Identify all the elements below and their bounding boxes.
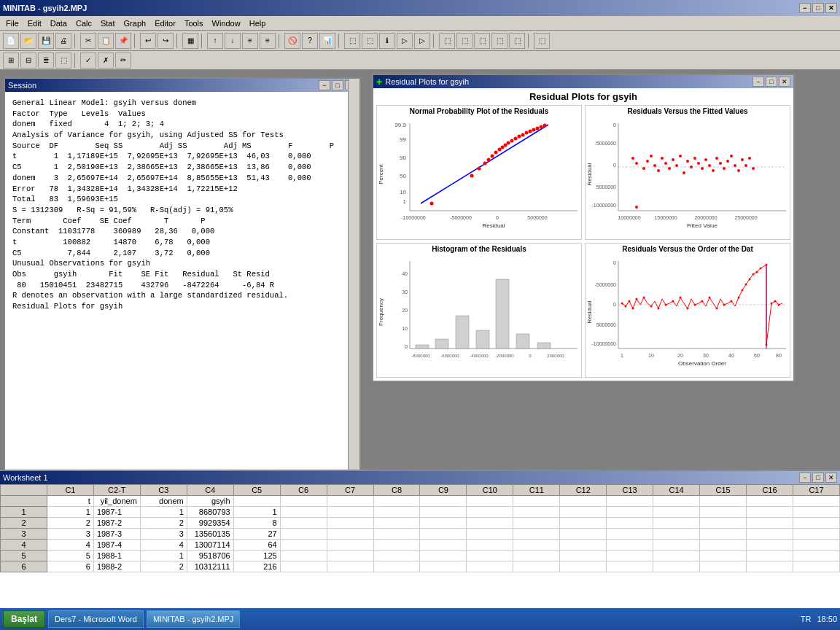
- cell-r3-c16[interactable]: [747, 540, 793, 551]
- cell-r5-c16[interactable]: [747, 561, 793, 572]
- cell-r1-c6[interactable]: [280, 518, 327, 529]
- cell-r0-c16[interactable]: [747, 507, 793, 518]
- cell-r3-c9[interactable]: [420, 540, 467, 551]
- cell-r1-c7[interactable]: [327, 518, 373, 529]
- cell-r3-c14[interactable]: [653, 540, 700, 551]
- cell-r0-c17[interactable]: [793, 507, 839, 518]
- menu-help[interactable]: Help: [245, 17, 271, 30]
- cell-r5-c6[interactable]: [280, 561, 327, 572]
- menu-data[interactable]: Data: [46, 17, 71, 30]
- menu-file[interactable]: File: [1, 17, 23, 30]
- cell-r5-c2[interactable]: 1988-2: [93, 561, 140, 572]
- tb17[interactable]: ⬚: [491, 33, 508, 49]
- tb2[interactable]: ↑: [207, 33, 223, 49]
- cell-r1-c1[interactable]: 2: [47, 518, 93, 529]
- taskbar-word[interactable]: Ders7 - Microsoft Word: [48, 610, 144, 628]
- cell-r4-c16[interactable]: [747, 551, 793, 561]
- cell-r1-c14[interactable]: [653, 518, 700, 529]
- cell-r2-c14[interactable]: [653, 529, 700, 540]
- cell-r0-c15[interactable]: [700, 507, 747, 518]
- tb-s1[interactable]: ⊞: [3, 52, 19, 69]
- cell-r4-c6[interactable]: [280, 551, 327, 561]
- cell-r4-c10[interactable]: [467, 551, 513, 561]
- cut-btn[interactable]: ✂: [80, 33, 96, 49]
- cell-r2-c1[interactable]: 3: [47, 529, 93, 540]
- cell-r5-c12[interactable]: [560, 561, 607, 572]
- session-scrollbar[interactable]: [348, 79, 359, 470]
- tb1[interactable]: ▦: [182, 33, 198, 49]
- cell-r2-c7[interactable]: [327, 529, 373, 540]
- tb3[interactable]: ↓: [225, 33, 241, 49]
- col-name-c5[interactable]: [233, 496, 280, 507]
- cell-r5-c5[interactable]: 216: [233, 561, 280, 572]
- cell-r1-c13[interactable]: [607, 518, 653, 529]
- cell-r3-c13[interactable]: [607, 540, 653, 551]
- taskbar-minitab[interactable]: MINITAB - gsyih2.MPJ: [147, 610, 240, 628]
- cell-r1-c15[interactable]: [700, 518, 747, 529]
- tb-s6[interactable]: ✗: [98, 52, 114, 69]
- cell-r1-c11[interactable]: [513, 518, 560, 529]
- cell-r2-c8[interactable]: [373, 529, 420, 540]
- cell-r4-c9[interactable]: [420, 551, 467, 561]
- cell-r5-c13[interactable]: [607, 561, 653, 572]
- cell-r3-c12[interactable]: [560, 540, 607, 551]
- cell-r3-c1[interactable]: 4: [47, 540, 93, 551]
- row-number[interactable]: 5: [1, 551, 47, 561]
- tb15[interactable]: ⬚: [456, 33, 472, 49]
- cell-r1-c3[interactable]: 2: [140, 518, 187, 529]
- cell-r3-c2[interactable]: 1987-4: [93, 540, 140, 551]
- col-name-c13[interactable]: [607, 496, 653, 507]
- cell-r2-c13[interactable]: [607, 529, 653, 540]
- col-name-c12[interactable]: [560, 496, 607, 507]
- cell-r3-c8[interactable]: [373, 540, 420, 551]
- row-number[interactable]: 2: [1, 518, 47, 529]
- col-name-c7[interactable]: [327, 496, 373, 507]
- cell-r0-c10[interactable]: [467, 507, 513, 518]
- cell-r0-c7[interactable]: [327, 507, 373, 518]
- data-close[interactable]: ✕: [825, 472, 837, 483]
- data-minimize[interactable]: −: [799, 472, 811, 483]
- col-name-c16[interactable]: [747, 496, 793, 507]
- tb18[interactable]: ⬚: [509, 33, 525, 49]
- col-name-c11[interactable]: [513, 496, 560, 507]
- cell-r2-c2[interactable]: 1987-3: [93, 529, 140, 540]
- col-name-c6[interactable]: [280, 496, 327, 507]
- cell-r5-c15[interactable]: [700, 561, 747, 572]
- cell-r3-c7[interactable]: [327, 540, 373, 551]
- cell-r5-c17[interactable]: [793, 561, 839, 572]
- tb-s7[interactable]: ✏: [115, 52, 131, 69]
- cell-r4-c5[interactable]: 125: [233, 551, 280, 561]
- cell-r3-c6[interactable]: [280, 540, 327, 551]
- col-name-gsyih[interactable]: gsyih: [187, 496, 233, 507]
- col-name-c14[interactable]: [653, 496, 700, 507]
- cell-r5-c9[interactable]: [420, 561, 467, 572]
- menu-window[interactable]: Window: [208, 17, 245, 30]
- cell-r0-c12[interactable]: [560, 507, 607, 518]
- cell-r4-c13[interactable]: [607, 551, 653, 561]
- undo-btn[interactable]: ↩: [140, 33, 156, 49]
- tb9[interactable]: ⬚: [344, 33, 360, 49]
- cell-r4-c8[interactable]: [373, 551, 420, 561]
- start-button[interactable]: Başlat: [3, 610, 45, 628]
- cell-r1-c9[interactable]: [420, 518, 467, 529]
- cell-r0-c4[interactable]: 8680793: [187, 507, 233, 518]
- menu-stat[interactable]: Stat: [96, 17, 120, 30]
- cell-r3-c17[interactable]: [793, 540, 839, 551]
- session-maximize[interactable]: □: [332, 80, 343, 90]
- cell-r2-c9[interactable]: [420, 529, 467, 540]
- redo-btn[interactable]: ↪: [158, 33, 174, 49]
- cell-r4-c14[interactable]: [653, 551, 700, 561]
- cell-r3-c5[interactable]: 64: [233, 540, 280, 551]
- col-name-c8[interactable]: [373, 496, 420, 507]
- col-name-donem[interactable]: donem: [140, 496, 187, 507]
- close-button[interactable]: ✕: [825, 3, 837, 13]
- tb-s5[interactable]: ✓: [80, 52, 96, 69]
- cell-r4-c17[interactable]: [793, 551, 839, 561]
- cell-r5-c4[interactable]: 10312111: [187, 561, 233, 572]
- cell-r0-c5[interactable]: 1: [233, 507, 280, 518]
- cell-r0-c13[interactable]: [607, 507, 653, 518]
- save-btn[interactable]: 💾: [38, 33, 54, 49]
- cell-r2-c15[interactable]: [700, 529, 747, 540]
- cell-r3-c15[interactable]: [700, 540, 747, 551]
- cell-r0-c14[interactable]: [653, 507, 700, 518]
